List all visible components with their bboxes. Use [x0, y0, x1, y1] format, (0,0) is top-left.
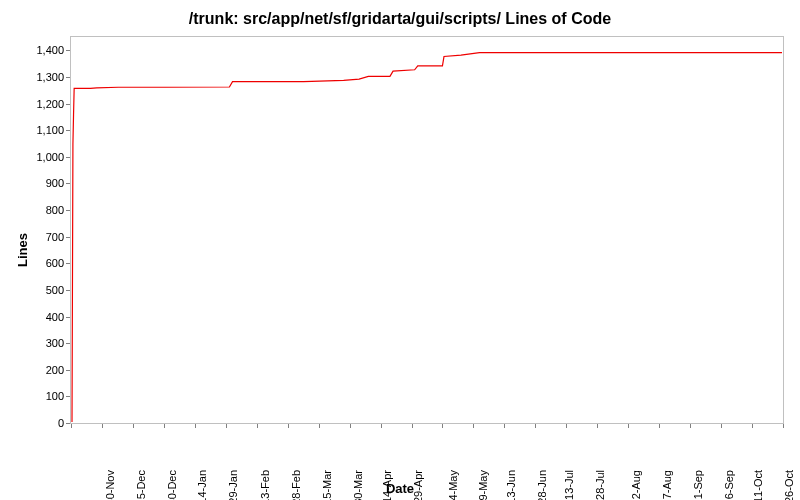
- y-tick-mark: [66, 237, 70, 238]
- x-tick-label: 29-May: [477, 470, 489, 500]
- x-tick-label: 30-Dec: [166, 470, 178, 500]
- x-tick-label: 30-Mar: [351, 470, 363, 500]
- x-tick-label: 12-Aug: [631, 470, 643, 500]
- y-tick-label: 1,100: [8, 124, 64, 136]
- x-tick-label: 14-May: [446, 470, 458, 500]
- y-tick-mark: [66, 290, 70, 291]
- y-tick-label: 200: [8, 364, 64, 376]
- y-tick-label: 800: [8, 204, 64, 216]
- y-tick-mark: [66, 77, 70, 78]
- y-tick-mark: [66, 183, 70, 184]
- x-tick-mark: [71, 424, 72, 428]
- y-tick-mark: [66, 396, 70, 397]
- y-tick-label: 1,400: [8, 44, 64, 56]
- x-tick-label: 11-Sep: [693, 470, 705, 500]
- x-tick-mark: [783, 424, 784, 428]
- y-tick-label: 700: [8, 231, 64, 243]
- x-tick-mark: [350, 424, 351, 428]
- x-tick-mark: [535, 424, 536, 428]
- x-tick-label: 27-Aug: [662, 470, 674, 500]
- y-tick-label: 1,000: [8, 151, 64, 163]
- x-tick-mark: [288, 424, 289, 428]
- x-tick-mark: [597, 424, 598, 428]
- x-tick-mark: [164, 424, 165, 428]
- x-tick-mark: [566, 424, 567, 428]
- y-tick-label: 900: [8, 177, 64, 189]
- x-tick-mark: [381, 424, 382, 428]
- y-tick-label: 1,300: [8, 71, 64, 83]
- y-tick-label: 1,200: [8, 98, 64, 110]
- x-tick-mark: [412, 424, 413, 428]
- x-tick-mark: [690, 424, 691, 428]
- x-tick-mark: [226, 424, 227, 428]
- y-tick-label: 0: [8, 417, 64, 429]
- y-tick-mark: [66, 157, 70, 158]
- x-tick-mark: [102, 424, 103, 428]
- y-tick-label: 400: [8, 311, 64, 323]
- chart-container: /trunk: src/app/net/sf/gridarta/gui/scri…: [0, 0, 800, 500]
- x-tick-label: 30-Nov: [104, 470, 116, 500]
- x-tick-mark: [473, 424, 474, 428]
- x-tick-label: 14-Apr: [381, 470, 393, 500]
- x-tick-label: 15-Mar: [321, 470, 333, 500]
- y-tick-mark: [66, 343, 70, 344]
- y-tick-mark: [66, 130, 70, 131]
- y-tick-label: 300: [8, 337, 64, 349]
- x-tick-mark: [752, 424, 753, 428]
- y-tick-mark: [66, 50, 70, 51]
- x-tick-label: 29-Apr: [412, 470, 424, 500]
- x-tick-label: 28-Feb: [290, 470, 302, 500]
- y-tick-mark: [66, 370, 70, 371]
- y-tick-mark: [66, 263, 70, 264]
- chart-title: /trunk: src/app/net/sf/gridarta/gui/scri…: [0, 10, 800, 28]
- line-series: [71, 37, 783, 423]
- y-tick-mark: [66, 104, 70, 105]
- y-tick-mark: [66, 423, 70, 424]
- x-tick-mark: [133, 424, 134, 428]
- x-tick-mark: [257, 424, 258, 428]
- y-tick-label: 100: [8, 390, 64, 402]
- x-tick-label: 13-Jun: [505, 470, 517, 500]
- x-tick-mark: [628, 424, 629, 428]
- x-tick-label: 11-Oct: [752, 470, 764, 500]
- x-tick-mark: [442, 424, 443, 428]
- x-tick-label: 28-Jul: [594, 470, 606, 500]
- x-tick-label: 13-Jul: [563, 470, 575, 500]
- x-tick-label: 26-Sep: [724, 470, 736, 500]
- x-tick-label: 14-Jan: [196, 470, 208, 500]
- x-tick-label: 26-Oct: [783, 470, 795, 500]
- x-tick-mark: [659, 424, 660, 428]
- x-tick-mark: [195, 424, 196, 428]
- y-tick-label: 500: [8, 284, 64, 296]
- x-tick-mark: [319, 424, 320, 428]
- x-tick-label: 28-Jun: [536, 470, 548, 500]
- y-tick-mark: [66, 317, 70, 318]
- y-tick-label: 600: [8, 257, 64, 269]
- plot-area: [70, 36, 784, 424]
- x-tick-label: 13-Feb: [259, 470, 271, 500]
- x-tick-mark: [721, 424, 722, 428]
- x-tick-mark: [504, 424, 505, 428]
- x-axis-label: Date: [0, 481, 800, 496]
- y-tick-mark: [66, 210, 70, 211]
- x-tick-label: 29-Jan: [226, 470, 238, 500]
- x-tick-label: 15-Dec: [135, 470, 147, 500]
